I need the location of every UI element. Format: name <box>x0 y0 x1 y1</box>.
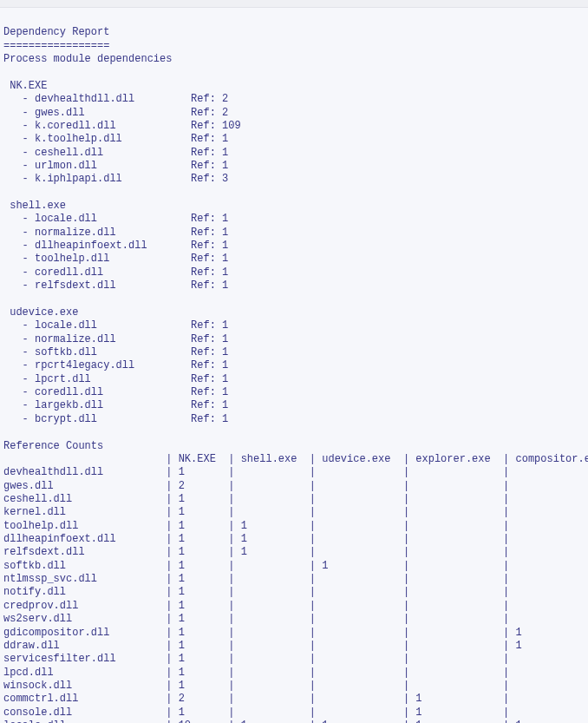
report-divider: ================= <box>3 40 109 52</box>
process-list: NK.EXE - devhealthdll.dll Ref: 2 - gwes.… <box>3 80 241 425</box>
report-body: Dependency Report ================= Proc… <box>0 8 588 723</box>
window-topbar <box>0 0 588 8</box>
report-subtitle: Process module dependencies <box>3 53 172 65</box>
refcounts-rows: devhealthdll.dll | 1 | | | | | gwes.dll … <box>3 466 588 723</box>
refcounts-title: Reference Counts <box>3 440 103 452</box>
report-title: Dependency Report <box>3 26 109 38</box>
refcounts-header: | NK.EXE | shell.exe | udevice.exe | exp… <box>3 453 588 465</box>
